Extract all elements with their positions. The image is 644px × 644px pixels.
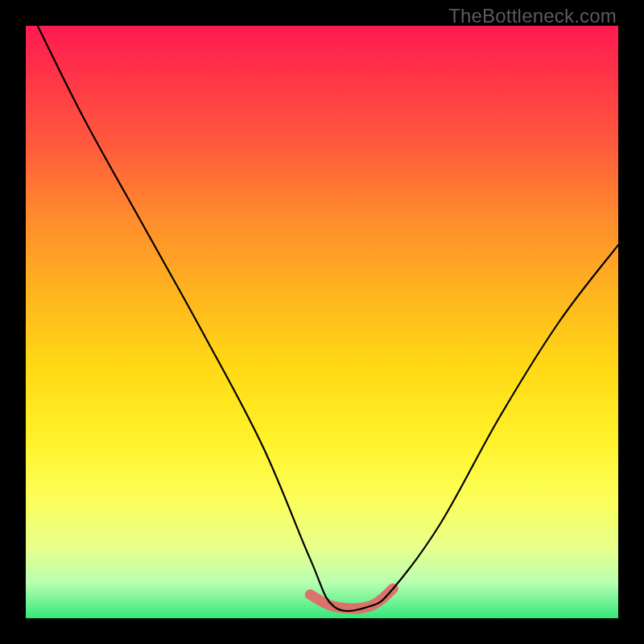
chart-overlay xyxy=(26,26,618,618)
bottleneck-curve-line xyxy=(38,26,618,611)
watermark-text: TheBottleneck.com xyxy=(448,5,617,27)
